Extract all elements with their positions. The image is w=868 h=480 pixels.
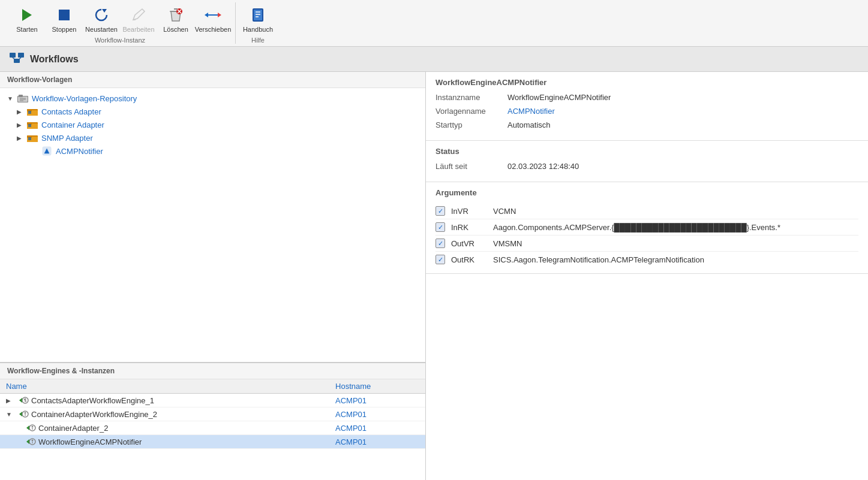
col-name: Name — [0, 379, 329, 394]
svg-marker-2 — [102, 9, 107, 13]
restart-button[interactable]: Neustarten — [84, 2, 119, 35]
svg-rect-39 — [28, 137, 31, 140]
acmp-icon — [41, 146, 53, 156]
arg-checkbox-outvr[interactable] — [435, 239, 445, 248]
expand-icon-repository: ▼ — [7, 95, 17, 102]
right-panel: WorkflowEngineACMPNotifier Instanzname W… — [426, 72, 868, 480]
value-starttyp: Automatisch — [507, 120, 551, 129]
table-row[interactable]: ContainerAdapter_2 ACMP01 — [0, 421, 425, 435]
inst-container-name-cell: ContainerAdapter_2 — [0, 421, 329, 435]
manual-button[interactable]: Handbuch — [241, 2, 275, 35]
table-row[interactable]: ▶ ContactsAdapterWorkflowEngine_1 — [0, 394, 425, 407]
tree-item-contacts-adapter[interactable]: ▶ Contacts Adapter — [0, 105, 425, 118]
col-hostname: Hostname — [329, 379, 425, 394]
manual-icon — [248, 5, 268, 25]
arguments-section-title: Argumente — [435, 188, 858, 197]
instance-running-icon — [25, 423, 36, 433]
expand-contacts-engine: ▶ — [6, 397, 16, 404]
label-instanzname: Instanzname — [435, 93, 507, 102]
tree-item-repository[interactable]: ▼ Workflow-Vorlagen-Repository — [0, 92, 425, 105]
arg-checkbox-inrk[interactable] — [435, 222, 445, 232]
inst-acmp-name-cell: WorkflowEngineACMPNotifier — [0, 435, 329, 449]
expand-icon-snmp: ▶ — [17, 135, 26, 141]
workflow-instanz-group-label: Workflow-Instanz — [10, 37, 230, 44]
stop-button[interactable]: Stoppen — [47, 2, 82, 35]
engines-table: Name Hostname ▶ — [0, 379, 425, 449]
svg-point-58 — [32, 440, 34, 442]
detail-status-section: Status Läuft seit 02.03.2023 12:48:40 — [426, 141, 868, 182]
engine-1-name: ContactsAdapterWorkflowEngine_1 — [31, 396, 154, 405]
repository-icon — [17, 93, 29, 103]
inst-acmp-hostname: ACMP01 — [329, 435, 425, 449]
inst-acmp-name: WorkflowEngineACMPNotifier — [38, 437, 142, 446]
arg-row-outvr: OutVR VMSMN — [435, 236, 858, 252]
arg-checkbox-outrk[interactable] — [435, 255, 445, 264]
engine-running-icon-2 — [18, 409, 29, 419]
detail-row-instanzname: Instanzname WorkflowEngineACMPNotifier — [435, 93, 858, 102]
table-row[interactable]: ▼ ContainerAdapterWorkflowEngine_2 — [0, 407, 425, 421]
engine-2-hostname: ACMP01 — [329, 407, 425, 421]
arg-row-outrk: OutRK SICS.Aagon.TelegramNotification.AC… — [435, 252, 858, 267]
templates-section-header: Workflow-Vorlagen — [0, 72, 425, 88]
manual-label: Handbuch — [243, 26, 273, 34]
detail-section-title: WorkflowEngineACMPNotifier — [435, 78, 858, 87]
table-row[interactable]: WorkflowEngineACMPNotifier ACMP01 — [0, 435, 425, 449]
svg-rect-24 — [19, 95, 23, 97]
engines-section-header: Workflow-Engines & -Instanzen — [0, 363, 425, 379]
tree-item-snmp-adapter[interactable]: ▶ SNMP Adapter — [0, 131, 425, 144]
instance-acmp-icon — [25, 437, 36, 446]
value-laeuft-seit: 02.03.2023 12:48:40 — [507, 162, 579, 171]
detail-row-starttyp: Starttyp Automatisch — [435, 120, 858, 129]
edit-button[interactable]: Bearbeiten — [121, 2, 156, 35]
tree-item-acmp-notifier[interactable]: ACMPNotifier — [0, 144, 425, 158]
toolbar-group-workflow-instanz: Starten Stoppen — [5, 2, 236, 44]
hilfe-group-label: Hilfe — [241, 37, 275, 44]
arg-name-inrk: InRK — [451, 223, 487, 232]
svg-rect-18 — [18, 53, 24, 58]
stop-icon — [55, 5, 74, 25]
engines-section: Workflow-Engines & -Instanzen Name Hostn… — [0, 363, 425, 480]
toolbar: Starten Stoppen — [0, 0, 868, 47]
detail-info-section: WorkflowEngineACMPNotifier Instanzname W… — [426, 72, 868, 141]
contacts-adapter-label: Contacts Adapter — [41, 107, 101, 116]
arg-row-invr: InVR VCMN — [435, 203, 858, 219]
move-button[interactable]: Verschieben — [196, 2, 230, 35]
folder-icon-contacts — [26, 107, 38, 116]
toolbar-group-hilfe: Handbuch Hilfe — [236, 2, 280, 44]
folder-icon-container — [26, 120, 38, 129]
arg-name-outvr: OutVR — [451, 239, 487, 248]
status-section-title: Status — [435, 147, 858, 156]
main-layout: Workflow-Vorlagen ▼ — [0, 72, 868, 480]
value-vorlagenname[interactable]: ACMPNotifier — [507, 107, 555, 116]
svg-rect-1 — [59, 10, 70, 20]
edit-icon — [129, 5, 148, 25]
expand-container-engine: ▼ — [6, 411, 16, 418]
snmp-adapter-label: SNMP Adapter — [41, 134, 93, 143]
acmp-notifier-label: ACMPNotifier — [56, 147, 103, 156]
edit-label: Bearbeiten — [122, 26, 154, 34]
start-button[interactable]: Starten — [10, 2, 44, 35]
arg-row-inrk: InRK Aagon.Components.ACMPServer.{██████… — [435, 219, 858, 236]
engine-running-icon — [18, 396, 29, 405]
arg-checkbox-invr[interactable] — [435, 206, 445, 216]
detail-row-vorlagenname: Vorlagenname ACMPNotifier — [435, 107, 858, 116]
engine-name-cell: ▶ ContactsAdapterWorkflowEngine_1 — [0, 394, 329, 407]
arg-name-outrk: OutRK — [451, 255, 487, 264]
arg-value-inrk: Aagon.Components.ACMPServer.{███████████… — [493, 223, 858, 232]
label-vorlagenname: Vorlagenname — [435, 107, 507, 116]
detail-row-laeuft-seit: Läuft seit 02.03.2023 12:48:40 — [435, 162, 858, 171]
engine-2-name: ContainerAdapterWorkflowEngine_2 — [31, 410, 157, 419]
value-instanzname: WorkflowEngineACMPNotifier — [507, 93, 611, 102]
start-label: Starten — [16, 26, 37, 34]
templates-tree: ▼ Workflow-Vorlagen-Repository — [0, 88, 425, 161]
expand-icon-container: ▶ — [17, 122, 26, 128]
tree-item-container-adapter[interactable]: ▶ Container Adapter — [0, 118, 425, 131]
svg-marker-0 — [22, 9, 32, 21]
delete-label: Löschen — [163, 26, 188, 34]
move-icon — [203, 5, 223, 25]
left-panel: Workflow-Vorlagen ▼ — [0, 72, 426, 480]
toolbar-buttons-workflow: Starten Stoppen — [10, 2, 230, 35]
label-laeuft-seit: Läuft seit — [435, 162, 507, 171]
svg-point-46 — [25, 399, 26, 400]
delete-button[interactable]: Löschen — [158, 2, 193, 35]
